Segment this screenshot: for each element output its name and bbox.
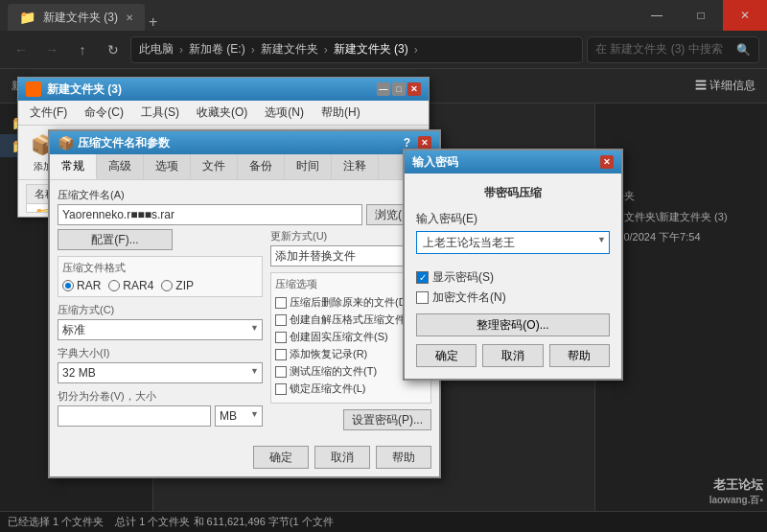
details-label: 详细信息 bbox=[709, 79, 755, 92]
winrar-title-bar: 新建文件夹 (3) — □ ✕ bbox=[18, 78, 429, 101]
chk-test-label: 测试压缩的文件(T) bbox=[290, 364, 377, 379]
tab-general[interactable]: 常规 bbox=[50, 154, 97, 179]
tab-advanced[interactable]: 高级 bbox=[97, 154, 144, 179]
left-col: 配置(F)... 压缩文件格式 RAR RAR4 bbox=[58, 229, 263, 432]
right-panel-date: 18/10/2024 下午7:54 bbox=[603, 229, 759, 246]
zip-radio[interactable] bbox=[161, 280, 173, 291]
rar-label: RAR bbox=[77, 279, 101, 292]
explorer-tab[interactable]: 📁 新建文件夹 (3) ✕ bbox=[8, 4, 145, 31]
new-tab-btn[interactable]: + bbox=[149, 13, 157, 31]
close-btn[interactable]: ✕ bbox=[723, 0, 767, 31]
show-pw-row[interactable]: ✓ 显示密码(S) bbox=[416, 269, 610, 286]
pw-cancel-btn[interactable]: 取消 bbox=[482, 344, 543, 367]
refresh-btn[interactable]: ↻ bbox=[100, 36, 127, 63]
minimize-btn[interactable]: — bbox=[635, 0, 679, 31]
compression-label: 压缩方式(C) bbox=[58, 303, 263, 317]
compress-close[interactable]: ✕ bbox=[418, 136, 431, 150]
winrar-close[interactable]: ✕ bbox=[407, 82, 421, 96]
encrypt-names-checkbox[interactable] bbox=[416, 291, 429, 304]
rar-option[interactable]: RAR bbox=[62, 279, 101, 292]
password-dialog: 输入密码 ✕ 带密码压缩 输入密码(E) ✓ 显示密码(S) 加密文件名(N) … bbox=[403, 149, 623, 381]
menu-options[interactable]: 选项(N) bbox=[257, 103, 312, 123]
up-btn[interactable]: ↑ bbox=[69, 36, 96, 63]
format-radio-group: RAR RAR4 ZIP bbox=[62, 279, 258, 292]
search-icon: 🔍 bbox=[736, 43, 751, 57]
tab-options[interactable]: 选项 bbox=[144, 154, 191, 179]
compress-ok-btn[interactable]: 确定 bbox=[253, 446, 309, 469]
pw-action-buttons: 确定 取消 帮助 bbox=[416, 344, 610, 367]
compress-cancel-btn[interactable]: 取消 bbox=[314, 446, 370, 469]
winrar-icon bbox=[26, 81, 41, 97]
winrar-minimize[interactable]: — bbox=[377, 82, 390, 96]
compress-tabs: 常规 高级 选项 文件 备份 时间 注释 bbox=[50, 154, 439, 180]
chk-test-box[interactable] bbox=[275, 366, 287, 378]
chk-lock[interactable]: 锁定压缩文件(L) bbox=[275, 382, 427, 396]
chk-solid-box[interactable] bbox=[275, 332, 287, 343]
filename-input[interactable] bbox=[58, 204, 362, 225]
compress-body: 压缩文件名(A) 浏览(B)... 配置(F)... 压缩文件格式 bbox=[50, 180, 439, 440]
menu-file[interactable]: 文件(F) bbox=[22, 103, 75, 123]
tab-files[interactable]: 文件 bbox=[191, 154, 238, 179]
watermark: 老王论坛 laowang.百▪ bbox=[709, 476, 763, 507]
zip-label: ZIP bbox=[175, 279, 194, 292]
menu-fav[interactable]: 收藏夹(O) bbox=[189, 103, 255, 123]
address-folder2: 新建文件夹 (3) bbox=[334, 41, 408, 58]
chk-sfx-box[interactable] bbox=[275, 314, 287, 326]
compress-help-btn[interactable]: 帮助 bbox=[376, 446, 431, 469]
right-panel-type: 文件夹 bbox=[603, 188, 759, 205]
dict-select[interactable]: 32 MB bbox=[58, 362, 263, 383]
compression-select[interactable]: 标准 bbox=[58, 319, 263, 340]
chk-recovery-label: 添加恢复记录(R) bbox=[290, 347, 367, 361]
chk-lock-box[interactable] bbox=[275, 383, 287, 395]
status-selected: 已经选择 1 个文件夹 bbox=[8, 515, 104, 529]
winrar-menubar: 文件(F) 命令(C) 工具(S) 收藏夹(O) 选项(N) 帮助(H) bbox=[18, 101, 429, 126]
pw-title-bar: 输入密码 ✕ bbox=[405, 150, 621, 173]
forward-btn[interactable]: → bbox=[38, 36, 65, 63]
menu-help[interactable]: 帮助(H) bbox=[314, 103, 368, 123]
sep1: › bbox=[179, 43, 183, 57]
split-input[interactable] bbox=[58, 405, 211, 427]
zip-option[interactable]: ZIP bbox=[161, 279, 194, 292]
maximize-btn[interactable]: □ bbox=[679, 0, 723, 31]
dict-select-wrapper: 32 MB bbox=[58, 362, 263, 383]
show-pw-checkbox[interactable]: ✓ bbox=[416, 271, 429, 284]
winrar-maximize[interactable]: □ bbox=[392, 82, 406, 96]
compress-title-bar: 📦 压缩文件名和参数 ? ✕ bbox=[50, 131, 439, 154]
address-box[interactable]: 此电脑 › 新加卷 (E:) › 新建文件夹 › 新建文件夹 (3) › bbox=[130, 36, 583, 63]
tab-backup[interactable]: 备份 bbox=[238, 154, 285, 179]
compression-select-wrapper: 标准 bbox=[58, 319, 263, 340]
compress-help-icon[interactable]: ? bbox=[404, 136, 410, 150]
organize-btn[interactable]: 整理密码(O)... bbox=[416, 313, 610, 336]
right-panel-path: 新建文件夹\新建文件夹 (3) bbox=[603, 209, 759, 226]
search-placeholder: 在 新建文件夹 (3) 中搜索 bbox=[595, 41, 723, 58]
encrypt-names-label: 加密文件名(N) bbox=[432, 289, 506, 306]
back-btn[interactable]: ← bbox=[8, 36, 35, 63]
rar-radio[interactable] bbox=[62, 280, 74, 291]
tab-comment[interactable]: 注释 bbox=[332, 154, 379, 179]
config-btn[interactable]: 配置(F)... bbox=[58, 229, 173, 250]
compress-buttons: 确定 取消 帮助 bbox=[253, 446, 431, 469]
pw-help-btn[interactable]: 帮助 bbox=[549, 344, 610, 367]
pw-ok-btn[interactable]: 确定 bbox=[416, 344, 476, 367]
encrypt-names-row[interactable]: 加密文件名(N) bbox=[416, 289, 610, 306]
sep4: › bbox=[414, 43, 418, 57]
pw-close-btn[interactable]: ✕ bbox=[600, 155, 614, 169]
menu-tools[interactable]: 工具(S) bbox=[133, 103, 187, 123]
set-password-btn[interactable]: 设置密码(P)... bbox=[343, 409, 431, 430]
rar4-radio[interactable] bbox=[108, 280, 120, 291]
split-unit-select[interactable]: MB bbox=[215, 405, 263, 427]
chk-recovery-box[interactable] bbox=[275, 349, 287, 360]
pw-heading: 带密码压缩 bbox=[416, 185, 610, 201]
tab-close[interactable]: ✕ bbox=[126, 12, 133, 23]
search-box[interactable]: 在 新建文件夹 (3) 中搜索 🔍 bbox=[587, 36, 759, 63]
rar4-option[interactable]: RAR4 bbox=[108, 279, 153, 292]
status-total: 总计 1 个文件夹 和 611,621,496 字节(1 个文件 bbox=[115, 515, 333, 529]
menu-cmd[interactable]: 命令(C) bbox=[77, 103, 131, 123]
chk-delete-box[interactable] bbox=[275, 297, 287, 309]
rar4-label: RAR4 bbox=[123, 279, 153, 292]
address-computer: 此电脑 bbox=[139, 41, 174, 58]
tab-time[interactable]: 时间 bbox=[285, 154, 332, 179]
details-btn[interactable]: ☰ 详细信息 bbox=[695, 78, 755, 94]
two-col-area: 配置(F)... 压缩文件格式 RAR RAR4 bbox=[58, 229, 431, 432]
pw-input[interactable] bbox=[416, 231, 610, 254]
